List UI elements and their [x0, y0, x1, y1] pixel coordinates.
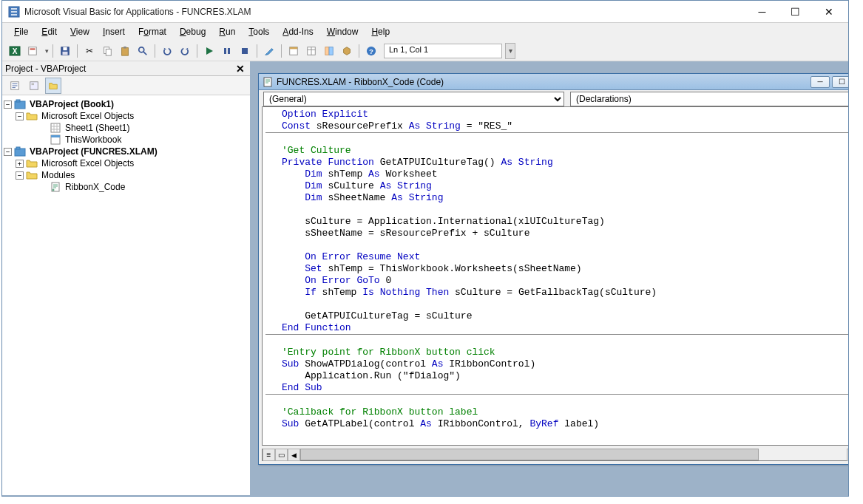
- svg-rect-38: [264, 78, 271, 86]
- expand-icon[interactable]: −: [4, 101, 12, 109]
- svg-rect-35: [16, 147, 20, 149]
- project-explorer-title[interactable]: Project - VBAProject ✕: [2, 61, 250, 76]
- svg-rect-3: [29, 47, 37, 55]
- svg-point-12: [139, 47, 144, 52]
- view-excel-icon[interactable]: X: [7, 43, 23, 59]
- menu-view[interactable]: View: [64, 25, 95, 38]
- toolbox-icon[interactable]: [339, 43, 355, 59]
- reset-icon[interactable]: [237, 43, 253, 59]
- svg-point-37: [53, 189, 55, 191]
- project-toolbar: [2, 76, 250, 95]
- svg-text:?: ?: [369, 47, 373, 55]
- tree-item[interactable]: Sheet1 (Sheet1): [64, 122, 131, 134]
- svg-rect-30: [16, 100, 20, 102]
- folder-icon: [26, 170, 38, 180]
- full-module-view-icon[interactable]: ▭: [275, 449, 288, 461]
- folder-icon: [26, 158, 38, 168]
- insert-module-icon[interactable]: [24, 43, 41, 59]
- project-icon: [14, 146, 26, 157]
- close-button[interactable]: ✕: [812, 1, 845, 22]
- project-explorer-icon[interactable]: [285, 43, 302, 59]
- project-explorer-close[interactable]: ✕: [234, 62, 247, 75]
- code-editor[interactable]: Option Explicit Const sResourcePrefix As…: [263, 107, 848, 445]
- mdi-client-area[interactable]: FUNCRES.XLAM - RibbonX_Code (Code) ─ ☐ ✕…: [251, 61, 848, 496]
- menu-window[interactable]: Window: [321, 25, 365, 38]
- object-dropdown[interactable]: (General): [263, 92, 564, 106]
- minimize-button[interactable]: ─: [745, 1, 779, 22]
- body-area: Project - VBAProject ✕ −VBAProject (Book…: [2, 61, 848, 496]
- menubar: File Edit View Insert Format Debug Run T…: [2, 23, 848, 41]
- menu-file[interactable]: File: [8, 25, 34, 38]
- tree-item[interactable]: ThisWorkbook: [64, 134, 123, 146]
- scroll-thumb[interactable]: [300, 449, 759, 460]
- worksheet-icon: [50, 123, 61, 133]
- menu-tools[interactable]: Tools: [243, 25, 275, 38]
- menu-edit[interactable]: Edit: [35, 25, 63, 38]
- toolbar-overflow[interactable]: ▾: [505, 43, 515, 59]
- codewin-minimize-button[interactable]: ─: [810, 76, 830, 88]
- tree-item[interactable]: RibbonX_Code: [64, 181, 126, 193]
- view-object-icon[interactable]: [26, 78, 42, 94]
- expand-icon[interactable]: −: [16, 112, 24, 120]
- svg-rect-31: [51, 123, 60, 132]
- titlebar[interactable]: Microsoft Visual Basic for Applications …: [2, 1, 848, 23]
- horizontal-scrollbar[interactable]: [300, 449, 847, 460]
- properties-icon[interactable]: [303, 43, 319, 59]
- undo-icon[interactable]: [159, 43, 175, 59]
- folder-icon: [26, 111, 38, 121]
- design-mode-icon[interactable]: [261, 43, 277, 59]
- expand-icon[interactable]: +: [16, 160, 24, 168]
- scroll-right-icon[interactable]: ▶: [847, 449, 848, 461]
- svg-rect-28: [32, 83, 35, 85]
- project-tree[interactable]: −VBAProject (Book1) −Microsoft Excel Obj…: [2, 95, 250, 196]
- cursor-position: Ln 1, Col 1: [384, 44, 502, 58]
- svg-rect-22: [325, 47, 329, 55]
- menu-debug[interactable]: Debug: [174, 25, 211, 38]
- menu-insert[interactable]: Insert: [97, 25, 131, 38]
- help-icon[interactable]: ?: [363, 43, 379, 59]
- expand-icon[interactable]: −: [4, 148, 12, 156]
- svg-rect-16: [242, 48, 248, 54]
- code-window: FUNCRES.XLAM - RibbonX_Code (Code) ─ ☐ ✕…: [258, 73, 848, 465]
- menu-format[interactable]: Format: [132, 25, 172, 38]
- svg-rect-15: [228, 48, 230, 54]
- svg-rect-11: [123, 46, 126, 48]
- code-window-titlebar[interactable]: FUNCRES.XLAM - RibbonX_Code (Code) ─ ☐ ✕: [259, 74, 848, 90]
- code-editor-body: Option Explicit Const sResourcePrefix As…: [262, 106, 848, 446]
- standard-toolbar: X ▾ ✂ ? Ln 1, Col 1 ▾: [2, 41, 848, 61]
- svg-rect-33: [51, 135, 60, 137]
- svg-rect-9: [106, 49, 111, 55]
- redo-icon[interactable]: [177, 43, 193, 59]
- tree-folder[interactable]: Microsoft Excel Objects: [40, 110, 135, 122]
- svg-text:X: X: [13, 47, 18, 55]
- menu-help[interactable]: Help: [365, 25, 396, 38]
- procedure-view-icon[interactable]: ≡: [263, 449, 275, 461]
- svg-rect-10: [122, 47, 129, 55]
- find-icon[interactable]: [135, 43, 151, 59]
- menu-addins[interactable]: Add-Ins: [277, 25, 319, 38]
- copy-icon[interactable]: [99, 43, 115, 59]
- cut-icon[interactable]: ✂: [81, 43, 98, 59]
- project-explorer: Project - VBAProject ✕ −VBAProject (Book…: [2, 61, 251, 496]
- module-icon: [262, 77, 274, 87]
- project-node[interactable]: VBAProject (Book1): [28, 98, 115, 110]
- workbook-icon: [50, 134, 61, 145]
- maximize-button[interactable]: ☐: [779, 1, 812, 22]
- project-node[interactable]: VBAProject (FUNCRES.XLAM): [28, 146, 159, 157]
- module-icon: [50, 182, 61, 192]
- svg-rect-6: [63, 47, 67, 50]
- toggle-folders-icon[interactable]: [45, 78, 61, 94]
- expand-icon[interactable]: −: [16, 171, 24, 180]
- tree-folder[interactable]: Modules: [40, 169, 76, 181]
- codewin-maximize-button[interactable]: ☐: [832, 76, 848, 88]
- scroll-left-icon[interactable]: ◀: [288, 449, 300, 461]
- object-browser-icon[interactable]: [321, 43, 337, 59]
- tree-folder[interactable]: Microsoft Excel Objects: [40, 157, 135, 169]
- break-icon[interactable]: [219, 43, 235, 59]
- run-icon[interactable]: [201, 43, 217, 59]
- menu-run[interactable]: Run: [213, 25, 241, 38]
- paste-icon[interactable]: [117, 43, 133, 59]
- view-code-icon[interactable]: [7, 78, 23, 94]
- procedure-dropdown[interactable]: (Declarations): [570, 92, 848, 106]
- save-icon[interactable]: [57, 43, 73, 59]
